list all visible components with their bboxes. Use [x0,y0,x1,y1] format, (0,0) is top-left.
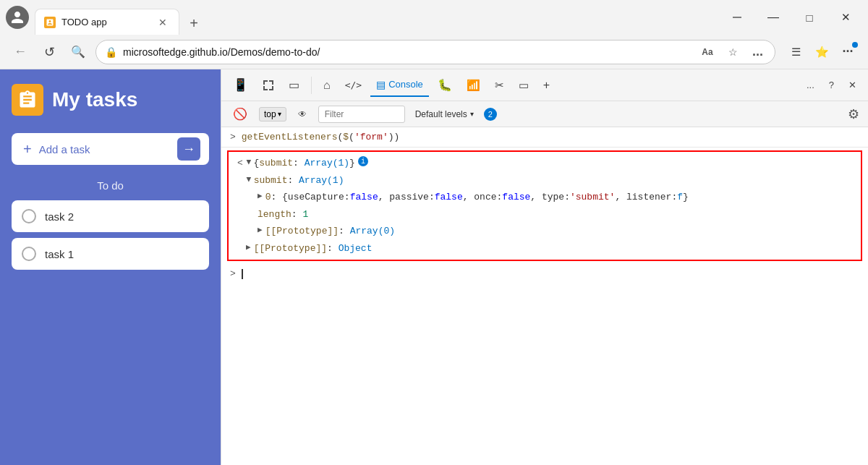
back-button[interactable]: ← [9,40,32,64]
reader-view-button[interactable]: Aa [697,42,718,62]
next-prompt: > [230,268,236,279]
item0-colon: : [271,190,282,205]
address-text: microsoftedge.github.io/Demos/demo-to-do… [123,46,692,58]
window-controls: — □ ✕ [720,6,862,29]
performance-button[interactable]: ✂ [489,74,510,97]
submit-array-line: ▶ submit : Array(1) [229,172,861,189]
devtools-more-button[interactable]: ... [801,74,820,97]
expand-proto-array-arrow[interactable]: ▶ [258,224,263,236]
tab-bar: TODO app ✕ + [35,0,720,35]
toggle-panel-button[interactable]: ▭ [283,74,305,97]
console-tab[interactable]: ▤ Console [370,74,429,97]
minimize-button[interactable] [720,6,754,29]
separator [311,77,312,94]
network-button[interactable]: 📶 [461,74,486,97]
memory-button[interactable]: ▭ [513,74,535,97]
console-tab-label: Console [388,79,423,90]
app-header: My tasks [12,84,209,116]
new-tab-button[interactable]: + [182,12,205,35]
proto-array-colon: : [339,224,350,239]
sources-button[interactable]: </> [339,74,367,97]
listener-label: , listener: [615,190,677,205]
default-levels-label: Default levels [415,109,467,119]
task-name: task 1 [45,248,74,260]
prototype-array-line: ▶ [[Prototype]] : Array(0) [229,223,861,240]
proto-array-key: [[Prototype]] [265,224,339,239]
length-colon: : [292,208,303,222]
minimize-button2[interactable]: — [757,6,790,29]
svg-rect-0 [733,17,741,17]
add-task-left: + Add a task [23,141,90,158]
array-label: Array(1) [305,156,349,171]
console-command: getEventListeners($('form')) [242,132,399,142]
info-icon[interactable]: i [358,156,368,166]
device-mode-button[interactable]: 📱 [227,74,254,97]
item0-val: {useCapture: [282,190,350,205]
prototype-obj-line: ▶ [[Prototype]] : Object [229,240,861,257]
address-more-button[interactable]: ... [749,44,766,59]
expand-submit-arrow[interactable]: ▶ [242,176,255,182]
console-settings-button[interactable]: ⚙ [845,103,862,125]
default-levels-dropdown[interactable]: Default levels ▾ [411,108,478,121]
home-button[interactable]: ⌂ [318,74,336,97]
favorites-button[interactable]: ☆ [723,42,744,62]
val-false1: false [350,190,378,205]
sidebar-button[interactable]: ☰ [784,40,807,64]
expand-proto-obj-arrow[interactable]: ▶ [246,242,251,254]
console-input-line: > getEventListeners($('form')) [221,127,868,148]
section-label: To do [12,179,209,192]
console-next-input[interactable]: > [221,264,868,283]
maximize-button[interactable]: □ [793,6,826,29]
title-bar: TODO app ✕ + — □ ✕ [0,0,868,35]
submit-key: submit [259,156,293,171]
expand-root-arrow[interactable]: ▶ [242,160,255,165]
devtools-panel: 📱 ▭ ⌂ </> ▤ Console 🐛 📶 ✂ ▭ + . [221,69,868,465]
clipboard-icon [12,84,43,116]
debugger-button[interactable]: 🐛 [432,74,458,97]
add-task-arrow-icon: → [177,137,200,161]
filter-input[interactable] [318,106,405,123]
devtools-help-button[interactable]: ? [823,74,840,97]
eye-button[interactable]: 👁 [292,105,312,124]
expand-item0-arrow[interactable]: ▶ [258,190,263,202]
submit-colon: : [287,174,299,188]
item0-key: 0 [265,190,271,205]
devtools-toolbar: 📱 ▭ ⌂ </> ▤ Console 🐛 📶 ✂ ▭ + . [221,69,868,101]
clear-console-button[interactable]: 🚫 [227,105,253,124]
task-item[interactable]: task 2 [12,200,209,232]
length-val: 1 [302,208,308,222]
profile-icon[interactable] [6,6,29,29]
inspect-element-button[interactable] [257,74,280,97]
more-tools-button[interactable]: + [537,74,556,97]
todo-sidebar: My tasks + Add a task → To do task 2 tas… [0,69,221,465]
collections-button[interactable]: ⭐ [810,40,833,64]
val-f: f [677,190,683,205]
colon1: : [293,156,305,171]
active-tab[interactable]: TODO app ✕ [35,9,179,35]
console-toolbar: 🚫 top ▾ 👁 Default levels ▾ 2 ⚙ [221,101,868,127]
item0-close: } [683,190,689,205]
address-right: Aa ☆ ... [697,42,766,62]
address-box[interactable]: 🔒 microsoftedge.github.io/Demos/demo-to-… [95,40,775,64]
devtools-close-button[interactable]: ✕ [843,74,862,97]
close-button[interactable]: ✕ [829,6,862,29]
search-button[interactable]: 🔍 [67,40,90,64]
browser-frame: TODO app ✕ + — □ ✕ ← ↺ 🔍 🔒 microsoftedge… [0,0,868,465]
type-label: , type: [530,190,570,205]
tab-close-button[interactable]: ✕ [156,15,170,30]
tab-favicon [44,17,56,28]
add-task-button[interactable]: + Add a task → [12,133,209,165]
submit-array-label: Array(1) [299,174,344,188]
comma1: , passive: [378,190,435,205]
task-checkbox[interactable] [22,247,36,261]
input-prompt: > [230,132,236,142]
refresh-button[interactable]: ↺ [38,40,61,64]
task-item[interactable]: task 1 [12,238,209,270]
badge-area: 2 [484,108,497,121]
task-checkbox[interactable] [22,209,36,223]
top-context-dropdown[interactable]: top ▾ [259,107,286,121]
proto-obj-key: [[Prototype]] [254,242,327,256]
item0-line: ▶ 0 : {useCapture: false , passive: fals… [229,189,861,206]
lock-icon: 🔒 [105,46,117,58]
length-line: length : 1 [229,206,861,223]
